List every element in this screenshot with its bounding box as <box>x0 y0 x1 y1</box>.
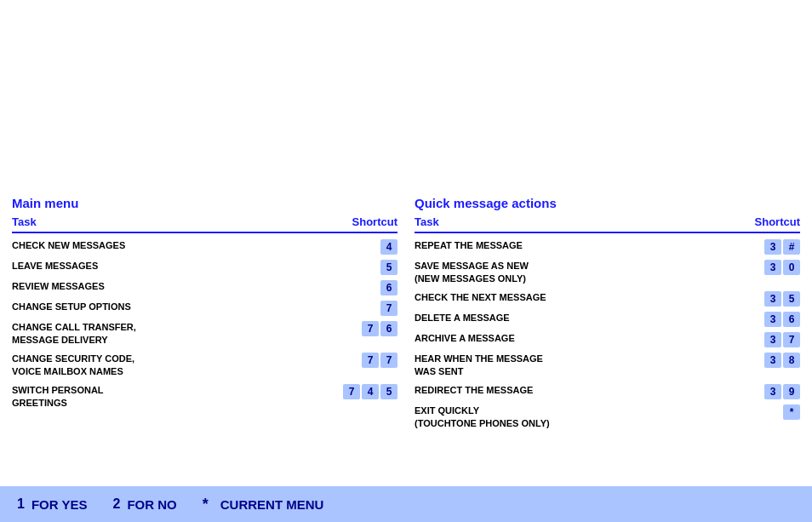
shortcut-cell: 3# <box>758 239 800 255</box>
table-row: REPEAT THE MESSAGE3# <box>415 237 800 257</box>
task-label: CHANGE CALL TRANSFER, MESSAGE DELIVERY <box>12 321 355 347</box>
table-row: CHANGE CALL TRANSFER, MESSAGE DELIVERY76 <box>12 318 397 350</box>
shortcut-cell: 35 <box>758 291 800 307</box>
shortcut-cell: 37 <box>758 332 800 347</box>
footer-num-1: 1 <box>17 496 25 512</box>
shortcut-cell: 39 <box>758 384 800 399</box>
task-label: ARCHIVE A MESSAGE <box>415 332 758 345</box>
shortcut-cell: 7 <box>355 301 397 316</box>
task-label: SWITCH PERSONAL GREETINGS <box>12 384 343 410</box>
shortcut-key: 6 <box>380 280 397 295</box>
shortcut-cell: 6 <box>355 280 397 295</box>
task-label: LEAVE MESSAGES <box>12 260 355 272</box>
table-row: EXIT QUICKLY (TOUCHTONE PHONES ONLY)* <box>415 402 800 433</box>
shortcut-key: 6 <box>380 321 397 336</box>
task-label: SAVE MESSAGE AS NEW (NEW MESSAGES ONLY) <box>415 260 758 286</box>
footer-num-2: 2 <box>112 496 120 512</box>
main-menu-shortcut-header: Shortcut <box>352 215 397 228</box>
shortcut-cell: 77 <box>355 353 397 368</box>
task-label: EXIT QUICKLY (TOUCHTONE PHONES ONLY) <box>415 404 758 431</box>
shortcut-key: 7 <box>380 301 397 316</box>
shortcut-key: 8 <box>783 353 800 368</box>
task-label: HEAR WHEN THE MESSAGE WAS SENT <box>415 353 758 379</box>
shortcut-cell: 30 <box>758 260 800 275</box>
shortcut-cell: 36 <box>758 312 800 327</box>
shortcut-key: 3 <box>764 384 781 399</box>
shortcut-key: 3 <box>764 353 781 368</box>
shortcut-key: 3 <box>764 332 781 347</box>
shortcut-key: 3 <box>764 291 781 307</box>
shortcut-key: 7 <box>380 353 397 368</box>
footer-current-menu: CURRENT MENU <box>220 497 324 512</box>
shortcut-key: 5 <box>380 384 397 399</box>
table-row: CHANGE SECURITY CODE, VOICE MAILBOX NAME… <box>12 350 397 381</box>
shortcut-cell: 5 <box>355 260 397 275</box>
shortcut-cell: * <box>758 404 800 420</box>
footer-asterisk: * <box>203 496 209 513</box>
shortcut-key: 0 <box>783 260 800 275</box>
table-row: CHECK NEW MESSAGES4 <box>12 237 397 257</box>
shortcut-key: 7 <box>783 332 800 347</box>
shortcut-key: 4 <box>362 384 379 399</box>
table-row: CHECK THE NEXT MESSAGE35 <box>415 289 800 309</box>
shortcut-key: 3 <box>764 239 781 255</box>
table-row: SAVE MESSAGE AS NEW (NEW MESSAGES ONLY)3… <box>415 257 800 289</box>
quick-actions-rows: REPEAT THE MESSAGE3#SAVE MESSAGE AS NEW … <box>415 237 800 433</box>
table-row: ARCHIVE A MESSAGE37 <box>415 330 800 350</box>
task-label: CHECK THE NEXT MESSAGE <box>415 291 758 304</box>
main-menu-rows: CHECK NEW MESSAGES4LEAVE MESSAGES5REVIEW… <box>12 237 397 412</box>
main-menu-title: Main menu <box>12 196 397 210</box>
shortcut-key: 5 <box>380 260 397 275</box>
main-menu-section: Main menu Task Shortcut CHECK NEW MESSAG… <box>12 196 397 433</box>
shortcut-key: 6 <box>783 312 800 327</box>
task-label: REDIRECT THE MESSAGE <box>415 384 758 397</box>
quick-actions-section: Quick message actions Task Shortcut REPE… <box>415 196 800 433</box>
table-row: REVIEW MESSAGES6 <box>12 278 397 298</box>
table-row: SWITCH PERSONAL GREETINGS745 <box>12 381 397 413</box>
quick-actions-header: Task Shortcut <box>415 215 800 233</box>
shortcut-key: 5 <box>783 291 800 307</box>
task-label: REVIEW MESSAGES <box>12 280 355 293</box>
table-row: HEAR WHEN THE MESSAGE WAS SENT38 <box>415 350 800 381</box>
shortcut-cell: 745 <box>343 384 397 399</box>
main-content: Main menu Task Shortcut CHECK NEW MESSAG… <box>0 0 812 484</box>
shortcut-key: 3 <box>764 260 781 275</box>
shortcut-key: 3 <box>764 312 781 327</box>
shortcut-cell: 38 <box>758 353 800 368</box>
main-menu-task-header: Task <box>12 215 37 228</box>
shortcut-cell: 76 <box>355 321 397 336</box>
shortcut-key: 4 <box>380 239 397 255</box>
footer-label-1: FOR YES <box>31 497 88 512</box>
table-row: CHANGE SETUP OPTIONS7 <box>12 298 397 318</box>
shortcut-key: * <box>783 404 800 420</box>
quick-actions-task-header: Task <box>415 215 439 228</box>
main-menu-header: Task Shortcut <box>12 215 397 233</box>
task-label: REPEAT THE MESSAGE <box>415 239 758 252</box>
shortcut-key: 7 <box>362 353 379 368</box>
quick-actions-title: Quick message actions <box>415 196 800 210</box>
shortcut-key: 7 <box>343 384 360 399</box>
task-label: CHANGE SECURITY CODE, VOICE MAILBOX NAME… <box>12 353 355 379</box>
task-label: CHECK NEW MESSAGES <box>12 239 355 252</box>
shortcut-key: 7 <box>362 321 379 336</box>
footer-bar: 1 FOR YES 2 FOR NO * CURRENT MENU <box>0 486 812 522</box>
table-row: DELETE A MESSAGE36 <box>415 309 800 330</box>
task-label: CHANGE SETUP OPTIONS <box>12 301 355 313</box>
footer-label-2: FOR NO <box>127 497 176 512</box>
footer-item-menu: * CURRENT MENU <box>203 496 324 513</box>
shortcut-key: 9 <box>783 384 800 399</box>
footer-item-1: 1 FOR YES <box>17 496 87 512</box>
shortcut-key: # <box>783 239 800 255</box>
shortcut-cell: 4 <box>355 239 397 255</box>
table-row: REDIRECT THE MESSAGE39 <box>415 381 800 402</box>
footer-item-2: 2 FOR NO <box>112 496 176 512</box>
task-label: DELETE A MESSAGE <box>415 312 758 324</box>
table-row: LEAVE MESSAGES5 <box>12 257 397 278</box>
quick-actions-shortcut-header: Shortcut <box>755 215 800 228</box>
